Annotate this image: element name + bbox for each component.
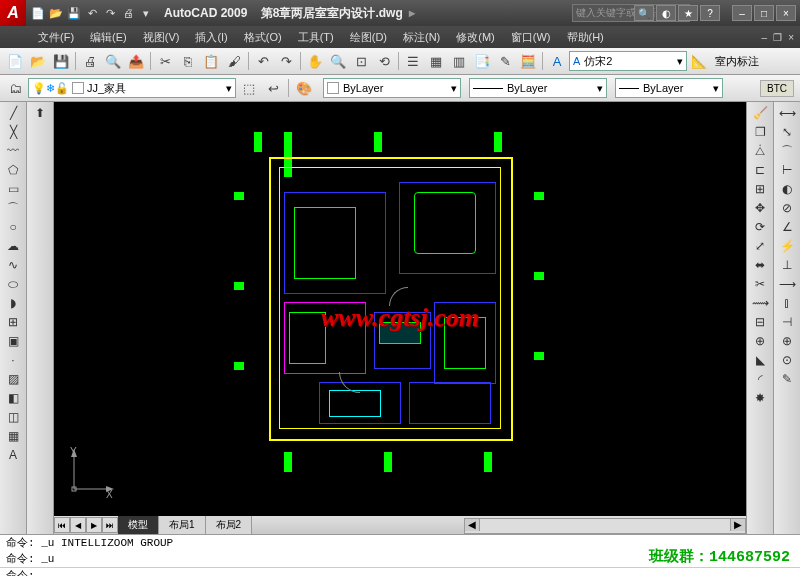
menu-draw[interactable]: 绘图(D)	[342, 27, 395, 48]
dim-quick-icon[interactable]: ⚡	[777, 237, 797, 255]
menu-modify[interactable]: 修改(M)	[448, 27, 503, 48]
design-center-icon[interactable]: ▦	[425, 50, 447, 72]
dim-continue-icon[interactable]: ⟶	[777, 275, 797, 293]
cmd-prompt[interactable]: 命令:	[0, 567, 800, 576]
table-icon[interactable]: ▦	[3, 427, 23, 445]
tab-next-icon[interactable]: ▶	[86, 517, 102, 533]
menu-format[interactable]: 格式(O)	[236, 27, 290, 48]
tab-first-icon[interactable]: ⏮	[54, 517, 70, 533]
make-block-icon[interactable]: ▣	[3, 332, 23, 350]
undo-btn-icon[interactable]: ↶	[252, 50, 274, 72]
stretch-icon[interactable]: ⬌	[750, 256, 770, 274]
plot-icon[interactable]: 🖨	[79, 50, 101, 72]
dim-radius-icon[interactable]: ◐	[777, 180, 797, 198]
fillet-icon[interactable]: ◜	[750, 370, 770, 388]
dim-diameter-icon[interactable]: ⊘	[777, 199, 797, 217]
dim-baseline-icon[interactable]: ⊥	[777, 256, 797, 274]
save-file-icon[interactable]: 💾	[50, 50, 72, 72]
dimstyle-icon[interactable]: 📐	[688, 50, 710, 72]
line-icon[interactable]: ╱	[3, 104, 23, 122]
properties-icon[interactable]: ☰	[402, 50, 424, 72]
save-icon[interactable]: 💾	[66, 5, 82, 21]
spline-icon[interactable]: ∿	[3, 256, 23, 274]
array-icon[interactable]: ⊞	[750, 180, 770, 198]
tab-model[interactable]: 模型	[118, 516, 159, 534]
dropdown-icon[interactable]: ▾	[138, 5, 154, 21]
color-combo[interactable]: ByLayer ▾	[323, 78, 461, 98]
copy-obj-icon[interactable]: ❐	[750, 123, 770, 141]
dim-edit-icon[interactable]: ✎	[777, 370, 797, 388]
lineweight-combo[interactable]: ByLayer ▾	[615, 78, 723, 98]
polygon-icon[interactable]: ⬠	[3, 161, 23, 179]
explode-icon[interactable]: ✸	[750, 389, 770, 407]
sheet-set-icon[interactable]: 📑	[471, 50, 493, 72]
open-file-icon[interactable]: 📂	[27, 50, 49, 72]
zoom-prev-icon[interactable]: ⟲	[373, 50, 395, 72]
zoom-rt-icon[interactable]: 🔍	[327, 50, 349, 72]
close-button[interactable]: ×	[776, 5, 796, 21]
dim-aligned-icon[interactable]: ⤡	[777, 123, 797, 141]
ellipse-icon[interactable]: ⬭	[3, 275, 23, 293]
print-icon[interactable]: 🖨	[120, 5, 136, 21]
menu-window[interactable]: 窗口(W)	[503, 27, 559, 48]
tool-palette-icon[interactable]: ▥	[448, 50, 470, 72]
match-icon[interactable]: 🖌	[223, 50, 245, 72]
dim-break-icon[interactable]: ⊣	[777, 313, 797, 331]
pan-icon[interactable]: ✋	[304, 50, 326, 72]
copy-icon[interactable]: ⎘	[177, 50, 199, 72]
doc-minimize-button[interactable]: –	[762, 32, 768, 43]
app-logo[interactable]: A	[0, 0, 26, 26]
textstyle-combo[interactable]: A仿宋2 ▾	[569, 51, 687, 71]
hatch-icon[interactable]: ▨	[3, 370, 23, 388]
menu-dimension[interactable]: 标注(N)	[395, 27, 448, 48]
star-icon[interactable]: ★	[678, 5, 698, 21]
rotate-icon[interactable]: ⟳	[750, 218, 770, 236]
textstyle-icon[interactable]: A	[546, 50, 568, 72]
layer-prev-icon[interactable]: ↩	[262, 77, 284, 99]
extend-icon[interactable]: ⟿	[750, 294, 770, 312]
insert-block-icon[interactable]: ⊞	[3, 313, 23, 331]
help-icon[interactable]: ?	[700, 5, 720, 21]
mtext-icon[interactable]: A	[3, 446, 23, 464]
dim-linear-icon[interactable]: ⟷	[777, 104, 797, 122]
undo-icon[interactable]: ↶	[84, 5, 100, 21]
erase-icon[interactable]: 🧹	[750, 104, 770, 122]
gradient-icon[interactable]: ◧	[3, 389, 23, 407]
new-icon[interactable]: 📄	[30, 5, 46, 21]
search-icon[interactable]: 🔍	[634, 5, 654, 21]
new-file-icon[interactable]: 📄	[4, 50, 26, 72]
move-icon[interactable]: ✥	[750, 199, 770, 217]
point-icon[interactable]: ·	[3, 351, 23, 369]
linetype-combo[interactable]: ByLayer ▾	[469, 78, 607, 98]
minimize-button[interactable]: –	[732, 5, 752, 21]
drawing-area[interactable]: www.cgtsj.com Y X ⏮ ◀ ▶ ⏭ 模型 布局1 布局2 ◀ ▶	[54, 102, 746, 534]
redo-icon[interactable]: ↷	[102, 5, 118, 21]
chamfer-icon[interactable]: ◣	[750, 351, 770, 369]
maximize-button[interactable]: □	[754, 5, 774, 21]
zoom-win-icon[interactable]: ⊡	[350, 50, 372, 72]
calc-icon[interactable]: 🧮	[517, 50, 539, 72]
tab-layout2[interactable]: 布局2	[206, 516, 253, 534]
doc-restore-button[interactable]: ❐	[773, 32, 782, 43]
publish-icon[interactable]: 📤	[125, 50, 147, 72]
break-icon[interactable]: ⊟	[750, 313, 770, 331]
comm-icon[interactable]: ◐	[656, 5, 676, 21]
ellipse-arc-icon[interactable]: ◗	[3, 294, 23, 312]
tab-last-icon[interactable]: ⏭	[102, 517, 118, 533]
open-icon[interactable]: 📂	[48, 5, 64, 21]
menu-insert[interactable]: 插入(I)	[187, 27, 235, 48]
redo-btn-icon[interactable]: ↷	[275, 50, 297, 72]
preview-icon[interactable]: 🔍	[102, 50, 124, 72]
tab-prev-icon[interactable]: ◀	[70, 517, 86, 533]
menu-file[interactable]: 文件(F)	[30, 27, 82, 48]
dim-arc-icon[interactable]: ⌒	[777, 142, 797, 160]
arc-icon[interactable]: ⌒	[3, 199, 23, 217]
btc-label[interactable]: BTC	[760, 80, 794, 97]
markup-icon[interactable]: ✎	[494, 50, 516, 72]
menu-help[interactable]: 帮助(H)	[559, 27, 612, 48]
tab-layout1[interactable]: 布局1	[159, 516, 206, 534]
cut-icon[interactable]: ✂	[154, 50, 176, 72]
menu-view[interactable]: 视图(V)	[135, 27, 188, 48]
polyline-icon[interactable]: 〰	[3, 142, 23, 160]
circle-icon[interactable]: ○	[3, 218, 23, 236]
